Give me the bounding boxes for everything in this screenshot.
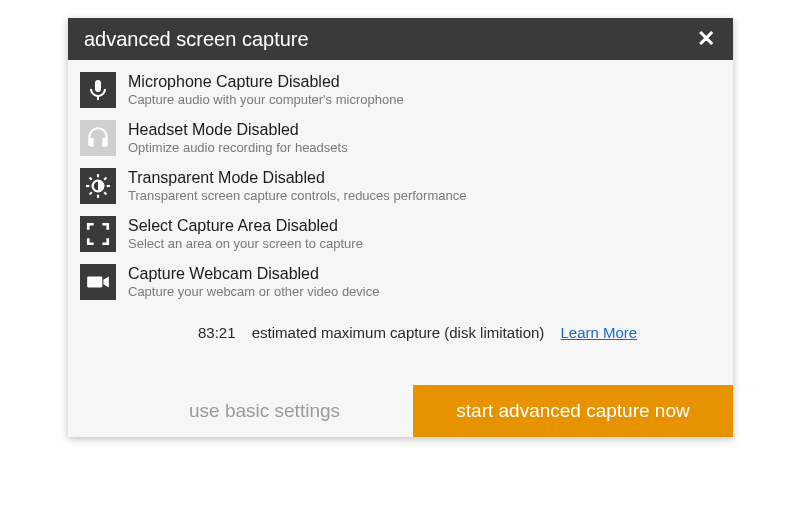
option-microphone[interactable]: Microphone Capture Disabled Capture audi…: [80, 72, 721, 108]
titlebar: advanced screen capture ✕: [68, 18, 733, 60]
estimate-label: estimated maximum capture (disk limitati…: [252, 324, 545, 341]
microphone-icon: [80, 72, 116, 108]
option-text: Capture Webcam Disabled Capture your web…: [128, 264, 379, 300]
estimate-time: 83:21: [198, 324, 236, 341]
option-title: Transparent Mode Disabled: [128, 168, 466, 188]
advanced-capture-dialog: advanced screen capture ✕ Microphone Cap…: [68, 18, 733, 437]
option-transparent[interactable]: Transparent Mode Disabled Transparent sc…: [80, 168, 721, 204]
option-desc: Transparent screen capture controls, red…: [128, 188, 466, 204]
dialog-title: advanced screen capture: [84, 28, 693, 51]
dialog-footer: use basic settings start advanced captur…: [68, 385, 733, 437]
svg-line-7: [90, 192, 92, 194]
option-desc: Capture your webcam or other video devic…: [128, 284, 379, 300]
capture-estimate: 83:21 estimated maximum capture (disk li…: [68, 314, 733, 359]
options-list: Microphone Capture Disabled Capture audi…: [68, 60, 733, 314]
crop-corners-icon: [80, 216, 116, 252]
option-text: Headset Mode Disabled Optimize audio rec…: [128, 120, 348, 156]
option-desc: Capture audio with your computer's micro…: [128, 92, 404, 108]
option-title: Capture Webcam Disabled: [128, 264, 379, 284]
option-select-area[interactable]: Select Capture Area Disabled Select an a…: [80, 216, 721, 252]
option-text: Transparent Mode Disabled Transparent sc…: [128, 168, 466, 204]
svg-line-8: [104, 178, 106, 180]
svg-line-6: [104, 192, 106, 194]
learn-more-link[interactable]: Learn More: [560, 324, 637, 341]
option-title: Headset Mode Disabled: [128, 120, 348, 140]
option-title: Select Capture Area Disabled: [128, 216, 363, 236]
option-desc: Select an area on your screen to capture: [128, 236, 363, 252]
start-advanced-capture-button[interactable]: start advanced capture now: [413, 385, 733, 437]
camcorder-icon: [80, 264, 116, 300]
close-icon[interactable]: ✕: [693, 28, 719, 50]
footer-spacer: [68, 385, 116, 437]
option-desc: Optimize audio recording for headsets: [128, 140, 348, 156]
svg-line-5: [90, 178, 92, 180]
headset-icon: [80, 120, 116, 156]
brightness-icon: [80, 168, 116, 204]
option-title: Microphone Capture Disabled: [128, 72, 404, 92]
use-basic-settings-button[interactable]: use basic settings: [116, 385, 413, 437]
option-text: Select Capture Area Disabled Select an a…: [128, 216, 363, 252]
option-text: Microphone Capture Disabled Capture audi…: [128, 72, 404, 108]
option-headset[interactable]: Headset Mode Disabled Optimize audio rec…: [80, 120, 721, 156]
option-webcam[interactable]: Capture Webcam Disabled Capture your web…: [80, 264, 721, 300]
